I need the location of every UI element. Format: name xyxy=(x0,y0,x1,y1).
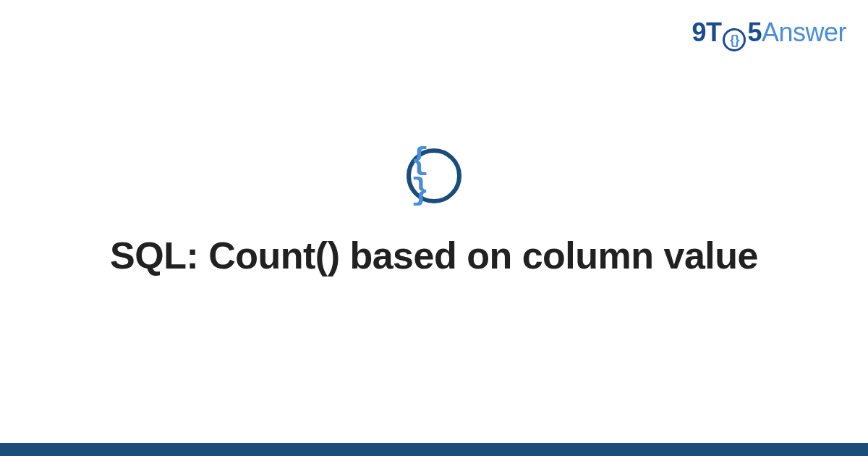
logo-suffix-word: Answer xyxy=(762,17,846,48)
braces-glyph: { } xyxy=(411,145,457,206)
logo-prefix-text: 9T xyxy=(692,17,721,48)
footer-accent-bar xyxy=(0,443,868,456)
site-logo: 9T {} 5 Answer xyxy=(692,17,846,48)
logo-braces-small: {} xyxy=(730,33,739,46)
logo-circle-icon: {} xyxy=(723,28,746,51)
main-content: { } SQL: Count() based on column value xyxy=(0,0,868,456)
code-braces-icon: { } xyxy=(407,148,461,203)
logo-suffix-number: 5 xyxy=(747,17,762,48)
page-title: SQL: Count() based on column value xyxy=(110,232,758,279)
